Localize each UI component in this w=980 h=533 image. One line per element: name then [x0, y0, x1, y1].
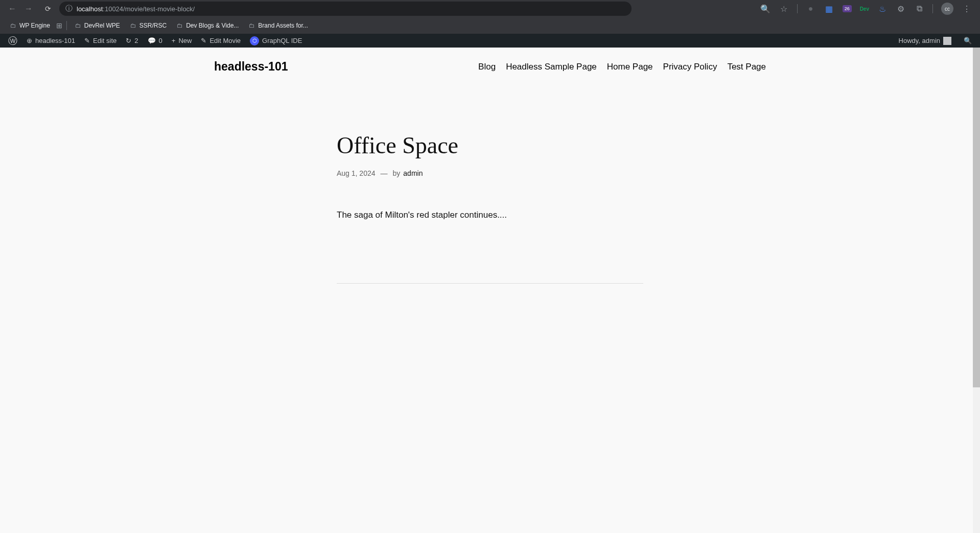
- wp-new[interactable]: + New: [168, 34, 196, 48]
- bookmark-devrel-wpe[interactable]: 🗀 DevRel WPE: [71, 20, 124, 31]
- site-header: headless-101 Blog Headless Sample Page H…: [209, 48, 771, 86]
- post-author[interactable]: admin: [403, 169, 423, 177]
- folder-icon: 🗀: [130, 22, 136, 29]
- wp-updates[interactable]: ↻ 2: [122, 34, 142, 48]
- zoom-icon[interactable]: 🔍: [760, 4, 771, 14]
- content-main: Office Space Aug 1, 2024 — by admin The …: [332, 86, 648, 284]
- wordpress-logo-icon: ⓦ: [8, 35, 17, 47]
- folder-icon: 🗀: [177, 22, 183, 29]
- howdy-label: Howdy, admin: [899, 37, 940, 44]
- extension-dev-icon[interactable]: Dev: [860, 6, 869, 12]
- nav-link-privacy[interactable]: Privacy Policy: [663, 62, 717, 72]
- extension-grid-icon[interactable]: ▦: [824, 4, 834, 14]
- post-meta: Aug 1, 2024 — by admin: [337, 169, 643, 177]
- post-excerpt: The saga of Milton's red stapler continu…: [337, 208, 643, 222]
- home-icon: ⊕: [27, 37, 32, 44]
- site-name-label: headless-101: [35, 37, 75, 44]
- post-date[interactable]: Aug 1, 2024: [337, 169, 376, 177]
- wp-edit-site[interactable]: ✎ Edit site: [80, 34, 121, 48]
- browser-right-icons: 🔍 ☆ ● ▦ 26 Dev ♨ ⚙ ⧉ cc ⋮: [760, 3, 976, 15]
- nav-arrows: ← →: [4, 4, 37, 13]
- divider: [797, 4, 798, 13]
- bookmark-label: DevRel WPE: [84, 22, 120, 29]
- graphql-icon: ⬡: [250, 36, 259, 45]
- wp-edit-movie[interactable]: ✎ Edit Movie: [197, 34, 245, 48]
- nav-link-headless-sample[interactable]: Headless Sample Page: [506, 62, 597, 72]
- browser-toolbar: ← → ⟳ ⓘ localhost:10024/movie/test-movie…: [0, 0, 980, 17]
- meta-separator: —: [381, 169, 388, 177]
- folder-icon: 🗀: [249, 22, 255, 29]
- plus-icon: +: [172, 37, 176, 44]
- url-text: localhost:10024/movie/test-movie-block/: [77, 5, 195, 13]
- forward-button[interactable]: →: [25, 4, 33, 13]
- pencil-icon: ✎: [84, 37, 90, 44]
- bookmark-apps-icon[interactable]: ⊞: [56, 21, 62, 30]
- bookmark-label: SSR/RSC: [139, 22, 167, 29]
- comment-icon: 💬: [148, 37, 156, 44]
- bookmarks-bar: 🗀 WP Engine ⊞ 🗀 DevRel WPE 🗀 SSR/RSC 🗀 D…: [0, 17, 980, 34]
- divider: [932, 4, 933, 13]
- scrollbar-track[interactable]: [973, 48, 980, 533]
- graphql-label: GraphQL IDE: [262, 37, 302, 44]
- site-nav: Blog Headless Sample Page Home Page Priv…: [478, 62, 766, 72]
- bookmark-star-icon[interactable]: ☆: [779, 4, 789, 14]
- update-icon: ↻: [126, 37, 131, 44]
- post-title: Office Space: [337, 132, 643, 159]
- back-button[interactable]: ←: [8, 4, 16, 13]
- post-divider: [337, 283, 643, 284]
- extension-circle-icon[interactable]: ●: [806, 4, 816, 14]
- nav-link-test[interactable]: Test Page: [727, 62, 766, 72]
- site-info-icon[interactable]: ⓘ: [65, 4, 73, 13]
- site-icon: 🗀: [10, 22, 16, 29]
- search-icon: 🔍: [964, 37, 972, 44]
- reload-button[interactable]: ⟳: [45, 5, 51, 13]
- new-label: New: [178, 37, 192, 44]
- bookmark-wp-engine[interactable]: 🗀 WP Engine: [6, 20, 54, 31]
- bookmark-label: Brand Assets for...: [258, 22, 308, 29]
- bookmark-label: Dev Blogs & Vide...: [186, 22, 239, 29]
- extension-flame-icon[interactable]: ♨: [877, 4, 888, 14]
- edit-site-label: Edit site: [93, 37, 116, 44]
- wp-comments[interactable]: 💬 0: [144, 34, 167, 48]
- nav-link-blog[interactable]: Blog: [478, 62, 496, 72]
- updates-count: 2: [134, 37, 138, 44]
- profile-avatar[interactable]: cc: [941, 3, 953, 15]
- wp-search[interactable]: 🔍: [960, 34, 976, 48]
- extensions-icon[interactable]: ⧉: [914, 4, 924, 14]
- pencil-icon: ✎: [201, 37, 206, 44]
- user-avatar-icon: [943, 37, 951, 45]
- wp-logo-menu[interactable]: ⓦ: [4, 34, 21, 48]
- divider: [66, 21, 67, 30]
- wp-admin-bar: ⓦ ⊕ headless-101 ✎ Edit site ↻ 2 💬 0 + N…: [0, 34, 980, 48]
- extension-badge[interactable]: 26: [843, 5, 852, 12]
- by-label: by: [393, 169, 401, 177]
- bookmark-dev-blogs[interactable]: 🗀 Dev Blogs & Vide...: [173, 20, 243, 31]
- wp-account-menu[interactable]: Howdy, admin: [895, 34, 955, 48]
- extension-gear-icon[interactable]: ⚙: [896, 4, 906, 14]
- site-title[interactable]: headless-101: [214, 60, 288, 74]
- nav-link-home[interactable]: Home Page: [607, 62, 653, 72]
- page-wrapper: headless-101 Blog Headless Sample Page H…: [0, 48, 980, 533]
- comments-count: 0: [159, 37, 162, 44]
- scrollbar-thumb[interactable]: [973, 48, 980, 387]
- folder-icon: 🗀: [75, 22, 81, 29]
- wp-admin-right: Howdy, admin 🔍: [895, 34, 976, 48]
- edit-movie-label: Edit Movie: [209, 37, 241, 44]
- address-bar[interactable]: ⓘ localhost:10024/movie/test-movie-block…: [59, 2, 632, 16]
- bookmark-brand-assets[interactable]: 🗀 Brand Assets for...: [245, 20, 312, 31]
- wp-site-name[interactable]: ⊕ headless-101: [22, 34, 79, 48]
- wp-graphql-ide[interactable]: ⬡ GraphQL IDE: [246, 34, 306, 48]
- bookmark-label: WP Engine: [19, 22, 50, 29]
- menu-icon[interactable]: ⋮: [962, 4, 972, 14]
- bookmark-ssr-rsc[interactable]: 🗀 SSR/RSC: [126, 20, 171, 31]
- wp-admin-left: ⓦ ⊕ headless-101 ✎ Edit site ↻ 2 💬 0 + N…: [4, 34, 306, 48]
